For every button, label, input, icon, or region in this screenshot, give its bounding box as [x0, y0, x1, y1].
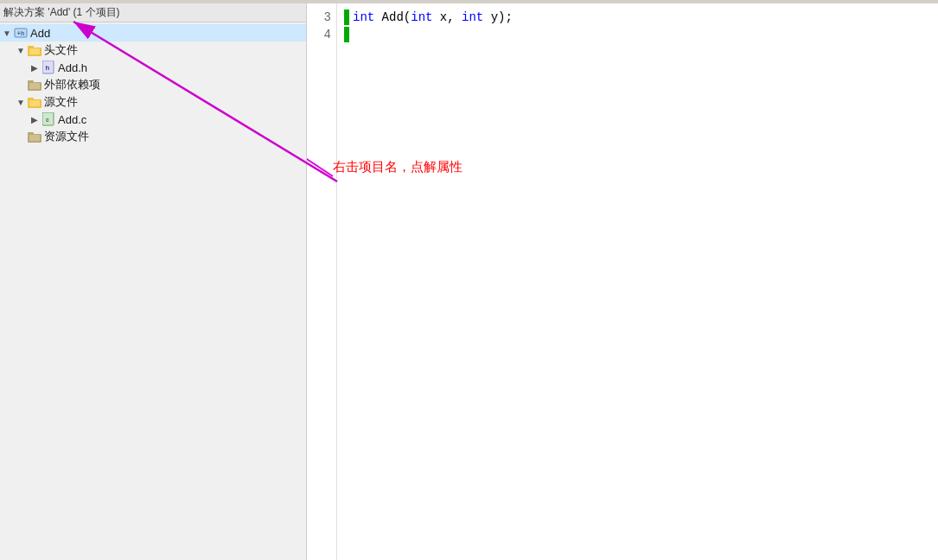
tree-item-resource[interactable]: ▶ 资源文件 — [0, 128, 306, 145]
project-icon: +h — [14, 26, 28, 40]
tree-item-add-project[interactable]: ▼ +h Add — [0, 24, 306, 41]
source-label: 源文件 — [44, 94, 78, 110]
tree-area[interactable]: ▼ +h Add ▼ — [0, 22, 306, 560]
svg-rect-17 — [29, 135, 40, 141]
headers-label: 头文件 — [44, 42, 78, 58]
left-panel: 解决方案 'Add' (1 个项目) ▼ +h Add ▼ — [0, 3, 307, 560]
code-line-4 — [344, 26, 938, 43]
line-num-3: 3 — [307, 9, 331, 26]
tree-item-headers[interactable]: ▼ 头文件 — [0, 41, 306, 59]
code-text-3: int Add(int x, int y); — [353, 9, 513, 26]
add-project-label: Add — [30, 27, 50, 40]
svg-rect-12 — [29, 100, 40, 106]
svg-rect-9 — [29, 83, 40, 89]
solution-title-text: 解决方案 'Add' (1 个项目) — [3, 5, 120, 20]
source-folder-icon — [28, 95, 41, 109]
external-folder-icon — [28, 78, 41, 92]
svg-text:h: h — [46, 64, 50, 72]
resource-folder-icon — [28, 130, 41, 143]
h-file-icon: h — [41, 60, 55, 74]
headers-folder-icon — [28, 43, 41, 57]
code-area[interactable]: 3 4 int Add(int x, int y); — [307, 3, 938, 560]
c-file-icon: c — [41, 112, 55, 126]
main-layout: 解决方案 'Add' (1 个项目) ▼ +h Add ▼ — [0, 3, 938, 560]
right-panel: 3 4 int Add(int x, int y); — [307, 3, 938, 560]
resource-label: 资源文件 — [44, 129, 89, 144]
arrow-add-project: ▼ — [0, 29, 14, 38]
panel-container: 3 4 int Add(int x, int y); — [307, 3, 938, 560]
arrow-add-h: ▶ — [28, 63, 41, 73]
code-line-3: int Add(int x, int y); — [344, 9, 938, 26]
add-h-label: Add.h — [58, 61, 87, 74]
arrow-add-c: ▶ — [28, 115, 41, 124]
line-numbers: 3 4 — [307, 3, 337, 560]
add-c-label: Add.c — [58, 113, 86, 126]
arrow-headers: ▼ — [14, 46, 28, 55]
breakpoint-4 — [344, 27, 349, 42]
breakpoint-3 — [344, 10, 349, 25]
code-content[interactable]: int Add(int x, int y); — [337, 3, 938, 560]
svg-text:+h: +h — [17, 30, 24, 36]
external-label: 外部依赖项 — [44, 77, 100, 92]
tree-item-add-c[interactable]: ▶ c Add.c — [0, 111, 306, 128]
tree-item-external[interactable]: ▶ 外部依赖项 — [0, 76, 306, 93]
tree-item-add-h[interactable]: ▶ h Add.h — [0, 59, 306, 76]
arrow-source: ▼ — [14, 98, 28, 107]
tree-item-source[interactable]: ▼ 源文件 — [0, 93, 306, 111]
svg-text:c: c — [46, 117, 49, 123]
line-num-4: 4 — [307, 26, 331, 43]
solution-title-bar: 解决方案 'Add' (1 个项目) — [0, 3, 306, 22]
svg-rect-4 — [29, 48, 40, 54]
